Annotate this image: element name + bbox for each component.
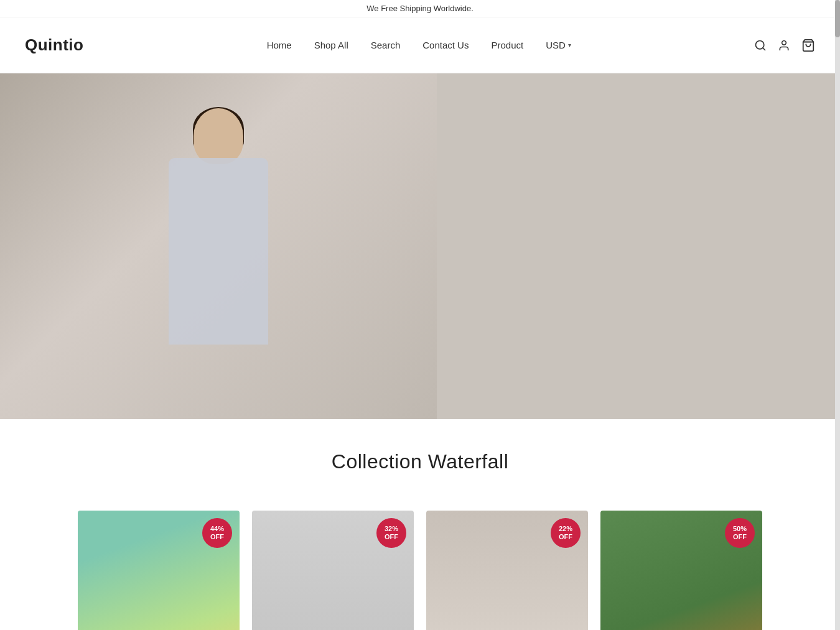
main-nav: Home Shop All Search Contact Us Product … xyxy=(267,40,571,50)
discount-percent: 44% xyxy=(210,525,224,533)
discount-percent: 22% xyxy=(559,525,572,533)
nav-shop-all[interactable]: Shop All xyxy=(314,40,348,50)
hero-figure xyxy=(131,96,306,419)
nav-product[interactable]: Product xyxy=(491,40,523,50)
hero-image-left xyxy=(0,73,437,419)
nav-contact-us[interactable]: Contact Us xyxy=(422,40,469,50)
scrollbar[interactable] xyxy=(835,0,840,630)
currency-arrow-icon: ▾ xyxy=(568,42,571,49)
account-icon[interactable] xyxy=(778,39,790,52)
person-silhouette xyxy=(125,73,312,419)
header: Quintio Home Shop All Search Contact Us … xyxy=(0,17,840,73)
cart-icon[interactable] xyxy=(801,39,815,52)
product-card[interactable]: 32% OFF xyxy=(252,511,414,630)
figure-body xyxy=(169,158,268,345)
svg-point-2 xyxy=(782,40,786,45)
collection-section: Collection Waterfall xyxy=(0,419,840,492)
hero-image-right xyxy=(437,73,840,419)
product-card[interactable]: 50% OFF xyxy=(600,511,762,630)
figure-head xyxy=(194,108,243,164)
discount-percent: 32% xyxy=(385,525,398,533)
nav-home[interactable]: Home xyxy=(267,40,292,50)
discount-percent: 50% xyxy=(733,525,747,533)
svg-line-1 xyxy=(763,47,765,50)
product-card[interactable]: 22% OFF xyxy=(426,511,588,630)
product-grid: 44% OFF 32% OFF 22% OFF 50% OFF xyxy=(0,492,840,630)
discount-label: OFF xyxy=(385,533,398,541)
currency-selector[interactable]: USD ▾ xyxy=(546,40,571,50)
hero-section xyxy=(0,73,840,419)
collection-title: Collection Waterfall xyxy=(37,450,803,473)
logo[interactable]: Quintio xyxy=(25,35,83,55)
top-banner: We Free Shipping Worldwide. xyxy=(0,0,840,17)
header-icons xyxy=(754,39,815,52)
discount-label: OFF xyxy=(559,533,572,541)
search-icon[interactable] xyxy=(754,39,767,52)
nav-search[interactable]: Search xyxy=(371,40,401,50)
discount-label: OFF xyxy=(210,533,224,541)
banner-text: We Free Shipping Worldwide. xyxy=(366,4,474,13)
currency-label: USD xyxy=(546,40,566,50)
discount-badge: 50% OFF xyxy=(725,518,755,548)
discount-label: OFF xyxy=(733,533,747,541)
discount-badge: 44% OFF xyxy=(202,518,232,548)
scrollbar-thumb[interactable] xyxy=(835,0,840,37)
discount-badge: 22% OFF xyxy=(551,518,581,548)
product-card[interactable]: 44% OFF xyxy=(78,511,240,630)
discount-badge: 32% OFF xyxy=(376,518,406,548)
